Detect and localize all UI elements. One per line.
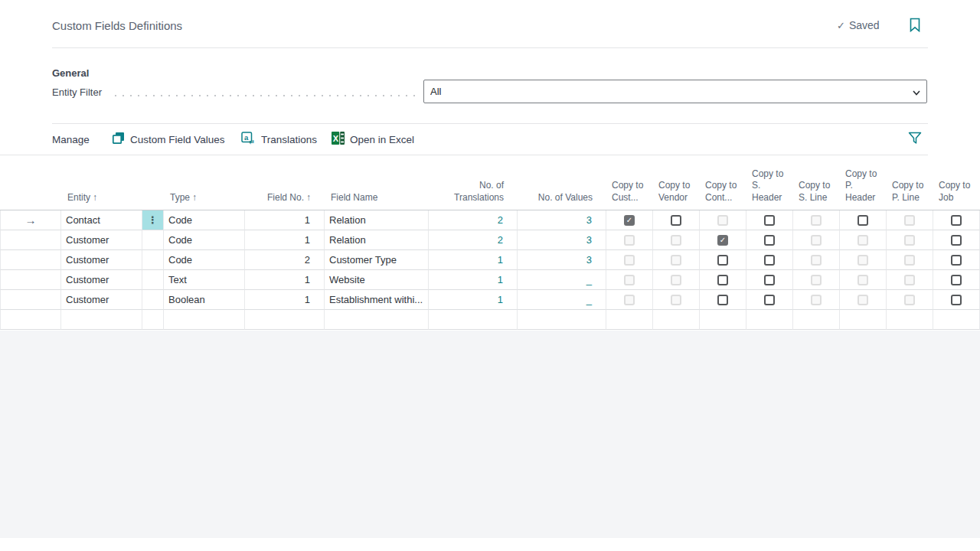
no-of-translations-link[interactable]: 1 <box>498 294 503 305</box>
copy-to-p-header-column-header[interactable]: Copy to P. Header <box>840 155 887 210</box>
empty-type-cell[interactable] <box>164 310 245 330</box>
field-no-cell[interactable]: 2 <box>245 250 325 270</box>
copy-to-cont-column-header[interactable]: Copy to Cont... <box>700 155 746 210</box>
copy-to-vendor-cell[interactable] <box>653 210 700 230</box>
type-cell[interactable]: Text <box>164 270 245 290</box>
type-cell[interactable]: Boolean <box>164 290 245 310</box>
translations-count-cell[interactable]: 1 <box>429 270 518 290</box>
values-count-cell[interactable]: 3 <box>518 250 606 270</box>
empty-row-selector-cell[interactable] <box>0 310 61 330</box>
copy-to-job-cell[interactable] <box>933 290 980 310</box>
copy-to-p-header-checkbox[interactable] <box>858 215 868 226</box>
copy-to-job-checkbox[interactable] <box>951 275 962 285</box>
no-of-values-link[interactable]: _ <box>586 274 592 285</box>
type-cell[interactable]: Code <box>164 250 245 270</box>
empty-field-name-cell[interactable] <box>325 310 429 330</box>
copy-to-s-header-cell[interactable] <box>746 250 793 270</box>
bookmark-icon[interactable] <box>910 18 920 35</box>
copy-to-job-cell[interactable] <box>933 230 980 250</box>
filter-button[interactable] <box>908 124 922 155</box>
copy-to-s-header-checkbox[interactable] <box>764 235 775 246</box>
copy-to-vendor-checkbox[interactable] <box>671 215 681 226</box>
copy-to-p-line-column-header[interactable]: Copy to P. Line <box>887 155 933 210</box>
values-count-cell[interactable]: 3 <box>518 210 606 230</box>
no-of-values-link[interactable]: 3 <box>586 214 592 226</box>
translations-count-cell[interactable]: 2 <box>429 230 518 250</box>
field-no-cell[interactable]: 1 <box>245 210 325 230</box>
copy-to-job-checkbox[interactable] <box>951 215 962 226</box>
no-of-values-link[interactable]: 3 <box>586 234 592 246</box>
entity-cell[interactable]: Customer <box>61 250 142 270</box>
copy-to-s-header-column-header[interactable]: Copy to S. Header <box>746 155 793 210</box>
entity-column-header[interactable]: Entity↑ <box>61 155 142 210</box>
translations-column-header[interactable]: No. of Translations <box>429 155 518 210</box>
copy-to-cust-column-header[interactable]: Copy to Cust... <box>606 155 653 210</box>
copy-to-s-header-cell[interactable] <box>746 210 793 230</box>
values-column-header[interactable]: No. of Values <box>518 155 606 210</box>
row-selector-cell[interactable]: → <box>0 210 61 230</box>
copy-to-s-header-cell[interactable] <box>746 290 793 310</box>
values-count-cell[interactable]: _ <box>518 270 606 290</box>
copy-to-p-header-cell[interactable] <box>840 210 887 230</box>
copy-to-s-header-checkbox[interactable] <box>764 295 775 305</box>
copy-to-s-header-cell[interactable] <box>746 230 793 250</box>
no-of-translations-link[interactable]: 1 <box>498 274 503 285</box>
row-selector-cell[interactable] <box>0 230 61 250</box>
copy-to-s-line-column-header[interactable]: Copy to S. Line <box>793 155 840 210</box>
copy-to-job-cell[interactable] <box>933 210 980 230</box>
custom-field-values-button[interactable]: Custom Field Values <box>112 124 225 155</box>
field-no-cell[interactable]: 1 <box>245 290 325 310</box>
copy-to-s-header-checkbox[interactable] <box>764 255 775 266</box>
copy-to-cont-checkbox[interactable] <box>717 295 728 305</box>
field-no-cell[interactable]: 1 <box>245 230 325 250</box>
field-name-cell[interactable]: Establishment withi... <box>325 290 429 310</box>
translations-button[interactable]: a⇄ Translations <box>241 124 317 155</box>
field-no-column-header[interactable]: Field No.↑ <box>245 155 325 210</box>
field-no-cell[interactable]: 1 <box>245 270 325 290</box>
no-of-translations-link[interactable]: 1 <box>498 254 503 266</box>
field-name-cell[interactable]: Customer Type <box>325 250 429 270</box>
no-of-translations-link[interactable]: 2 <box>498 234 503 246</box>
copy-to-cont-cell[interactable] <box>700 270 746 290</box>
empty-field-no-cell[interactable] <box>245 310 325 330</box>
translations-count-cell[interactable]: 2 <box>429 210 518 230</box>
translations-count-cell[interactable]: 1 <box>429 250 518 270</box>
entity-cell[interactable]: Contact <box>61 210 142 230</box>
no-of-values-link[interactable]: _ <box>586 294 592 305</box>
values-count-cell[interactable]: 3 <box>518 230 606 250</box>
type-cell[interactable]: Code <box>164 230 245 250</box>
copy-to-job-cell[interactable] <box>933 250 980 270</box>
empty-entity-cell[interactable] <box>61 310 142 330</box>
row-selector-cell[interactable] <box>0 290 61 310</box>
manage-menu-button[interactable]: Manage <box>52 124 90 155</box>
field-name-cell[interactable]: Relation <box>325 210 429 230</box>
type-cell[interactable]: Code <box>164 210 245 230</box>
copy-to-job-checkbox[interactable] <box>951 295 962 305</box>
values-count-cell[interactable]: _ <box>518 290 606 310</box>
no-of-translations-link[interactable]: 2 <box>498 214 503 226</box>
copy-to-cont-cell[interactable] <box>700 250 746 270</box>
entity-cell[interactable]: Customer <box>61 270 142 290</box>
copy-to-s-header-checkbox[interactable] <box>764 215 775 226</box>
field-name-cell[interactable]: Relation <box>325 230 429 250</box>
type-column-header[interactable]: Type↑ <box>164 155 245 210</box>
field-name-column-header[interactable]: Field Name <box>325 155 429 210</box>
row-menu-ellipsis-icon[interactable]: ⋮ <box>148 215 158 225</box>
copy-to-cust-cell[interactable]: ✓ <box>606 210 653 230</box>
row-selector-cell[interactable] <box>0 270 61 290</box>
row-selector-cell[interactable] <box>0 250 61 270</box>
copy-to-cont-cell[interactable] <box>700 290 746 310</box>
field-name-cell[interactable]: Website <box>325 270 429 290</box>
copy-to-s-header-checkbox[interactable] <box>764 275 775 285</box>
open-in-excel-button[interactable]: X Open in Excel <box>332 124 414 155</box>
entity-cell[interactable]: Customer <box>61 230 142 250</box>
copy-to-vendor-column-header[interactable]: Copy to Vendor <box>653 155 700 210</box>
copy-to-cont-checkbox[interactable] <box>717 275 728 285</box>
copy-to-cust-checkbox[interactable]: ✓ <box>624 215 635 226</box>
no-of-values-link[interactable]: 3 <box>586 254 592 266</box>
row-menu-cell[interactable]: ⋮ <box>142 210 164 230</box>
copy-to-s-header-cell[interactable] <box>746 270 793 290</box>
entity-cell[interactable]: Customer <box>61 290 142 310</box>
copy-to-job-column-header[interactable]: Copy to Job <box>933 155 980 210</box>
copy-to-job-checkbox[interactable] <box>951 255 962 266</box>
